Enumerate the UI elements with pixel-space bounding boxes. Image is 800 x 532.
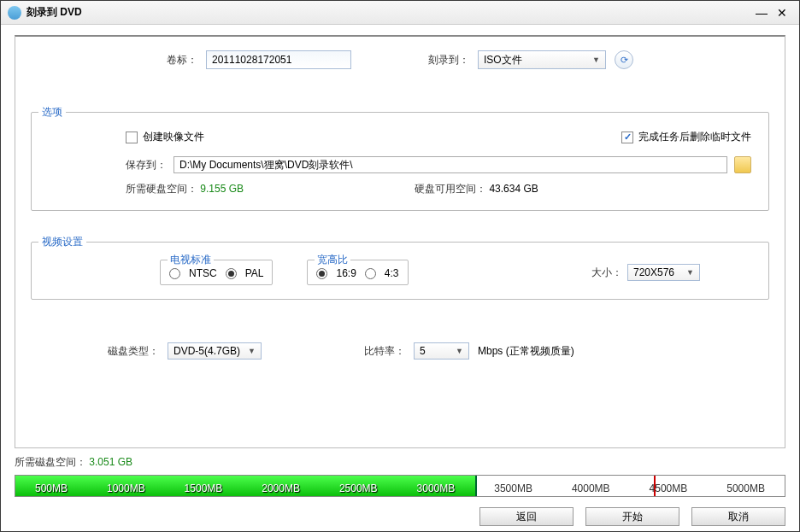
bitrate-value: 5 xyxy=(420,345,426,357)
disk-need-label: 所需磁盘空间： xyxy=(15,456,86,468)
size-select[interactable]: 720X576 ▼ xyxy=(627,264,700,281)
bitrate-unit: Mbps (正常视频质量) xyxy=(478,344,574,359)
ratio-43-radio[interactable] xyxy=(365,268,376,279)
cancel-button[interactable]: 取消 xyxy=(691,507,785,526)
free-space-value: 43.634 GB xyxy=(489,183,538,195)
tick: 2000MB xyxy=(262,482,300,494)
pal-radio[interactable] xyxy=(226,268,237,279)
tv-standard-group: 电视标准 NTSC PAL xyxy=(160,260,273,285)
browse-button[interactable] xyxy=(734,156,751,173)
ratio-169-radio[interactable] xyxy=(316,268,327,279)
tick: 3000MB xyxy=(417,482,456,494)
tick: 5000MB xyxy=(726,482,765,494)
disk-bitrate-row: 磁盘类型： DVD-5(4.7GB) ▼ 比特率： 5 ▼ Mbps (正常视频… xyxy=(31,342,769,360)
disk-need-value: 3.051 GB xyxy=(89,456,132,468)
refresh-icon: ⟳ xyxy=(621,55,628,66)
burn-to-select[interactable]: ISO文件 ▼ xyxy=(478,50,606,69)
tick: 4000MB xyxy=(572,482,610,494)
chevron-down-icon: ▼ xyxy=(592,56,600,64)
bitrate-select[interactable]: 5 ▼ xyxy=(414,342,469,360)
options-fieldset: 选项 创建映像文件 完成任务后删除临时文件 保存到： 所需硬盘空间： xyxy=(31,112,769,211)
options-legend: 选项 xyxy=(38,105,66,120)
delete-temp-checkbox[interactable] xyxy=(621,132,633,143)
pal-label: PAL xyxy=(245,267,264,279)
delete-temp-label: 完成任务后删除临时文件 xyxy=(638,130,751,144)
space-gauge: 500MB 1000MB 1500MB 2000MB 2500MB 3000MB… xyxy=(15,475,785,497)
close-button[interactable]: ✕ xyxy=(772,6,792,20)
gauge-ticks: 500MB 1000MB 1500MB 2000MB 2500MB 3000MB… xyxy=(15,482,785,494)
disk-type-label: 磁盘类型： xyxy=(108,344,159,359)
ratio-169-label: 16:9 xyxy=(336,267,356,279)
window-title: 刻录到 DVD xyxy=(26,5,82,20)
top-row: 卷标： 刻录到： ISO文件 ▼ ⟳ xyxy=(31,50,769,69)
save-to-label: 保存到： xyxy=(126,158,167,172)
volume-input[interactable] xyxy=(206,50,351,69)
ratio-43-label: 4:3 xyxy=(385,267,399,279)
need-space-value: 9.155 GB xyxy=(200,183,244,195)
start-button[interactable]: 开始 xyxy=(585,507,679,526)
bitrate-label: 比特率： xyxy=(364,344,405,359)
free-space-label: 硬盘可用空间： xyxy=(415,183,486,195)
ntsc-label: NTSC xyxy=(189,267,217,279)
volume-label: 卷标： xyxy=(167,53,197,67)
need-space-label: 所需硬盘空间： xyxy=(126,183,197,195)
minimize-button[interactable]: ― xyxy=(751,6,772,20)
aspect-legend: 宽高比 xyxy=(315,253,350,267)
tick: 1000MB xyxy=(107,482,145,494)
aspect-ratio-group: 宽高比 16:9 4:3 xyxy=(307,260,408,285)
titlebar: 刻录到 DVD ― ✕ xyxy=(1,1,799,25)
size-value: 720X576 xyxy=(633,266,674,278)
create-image-checkbox[interactable] xyxy=(126,132,138,143)
chevron-down-icon: ▼ xyxy=(248,347,256,355)
save-to-input[interactable] xyxy=(174,156,727,173)
tick: 4500MB xyxy=(650,482,688,494)
video-fieldset: 视频设置 电视标准 NTSC PAL 宽高比 16:9 4:3 xyxy=(31,242,769,300)
disk-type-value: DVD-5(4.7GB) xyxy=(174,345,240,357)
burn-dvd-window: 刻录到 DVD ― ✕ 卷标： 刻录到： ISO文件 ▼ ⟳ xyxy=(0,0,800,532)
refresh-button[interactable]: ⟳ xyxy=(615,50,633,69)
tv-legend: 电视标准 xyxy=(168,253,214,267)
app-icon xyxy=(8,6,21,20)
tick: 1500MB xyxy=(185,482,223,494)
disk-type-select[interactable]: DVD-5(4.7GB) ▼ xyxy=(168,342,262,360)
create-image-label: 创建映像文件 xyxy=(143,130,204,144)
button-row: 返回 开始 取消 xyxy=(15,502,785,526)
tick: 2500MB xyxy=(339,482,378,494)
back-button[interactable]: 返回 xyxy=(479,507,574,526)
ntsc-radio[interactable] xyxy=(169,268,180,279)
tick: 500MB xyxy=(35,482,68,494)
burn-to-label: 刻录到： xyxy=(428,53,469,67)
tick: 3500MB xyxy=(494,482,532,494)
chevron-down-icon: ▼ xyxy=(686,268,694,277)
video-legend: 视频设置 xyxy=(38,235,86,249)
chevron-down-icon: ▼ xyxy=(456,347,463,355)
burn-to-value: ISO文件 xyxy=(484,53,522,67)
size-label: 大小： xyxy=(591,266,622,280)
